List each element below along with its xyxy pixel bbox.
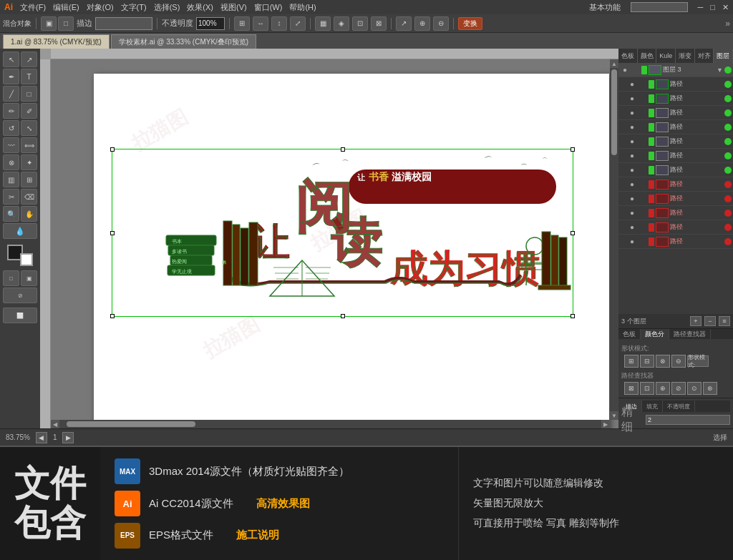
- pf-btn-5[interactable]: ⊙: [687, 382, 702, 395]
- toolbar-icon-2[interactable]: ↔: [253, 16, 268, 31]
- expand-btn[interactable]: 形状模式:: [687, 355, 709, 367]
- toolbar-btn-2[interactable]: □: [58, 16, 74, 31]
- eraser-tool[interactable]: ⌫: [21, 189, 37, 205]
- stroke-dropdown[interactable]: [95, 17, 152, 30]
- sub-layer-red-4[interactable]: ● 路径: [618, 220, 733, 235]
- zoom-tool[interactable]: 🔍: [3, 206, 19, 222]
- sub-layer-6[interactable]: ● 路径: [618, 149, 733, 163]
- toolbar-icon-6[interactable]: ◈: [334, 16, 349, 31]
- toolbar-icon-10[interactable]: ⊕: [414, 16, 430, 31]
- panel-tab-align[interactable]: 对齐: [695, 49, 714, 63]
- opacity-tab[interactable]: 不透明度: [663, 401, 695, 412]
- menu-help[interactable]: 帮助(H): [289, 2, 316, 13]
- pf-btn-1[interactable]: ⊠: [624, 382, 639, 395]
- stroke-color[interactable]: [20, 253, 33, 266]
- rect-tool[interactable]: □: [21, 86, 37, 102]
- sub-tab-stroke[interactable]: 颜色分: [641, 329, 669, 339]
- rotate-tool[interactable]: ↺: [3, 120, 19, 136]
- column-graph-tool[interactable]: ▥: [3, 172, 19, 187]
- warp-tool[interactable]: 〰: [3, 137, 19, 153]
- menu-file[interactable]: 文件(F): [20, 2, 46, 13]
- pf-btn-2[interactable]: ⊡: [640, 382, 654, 395]
- blend-tool[interactable]: ⊗: [3, 154, 19, 170]
- scroll-right-btn[interactable]: ▶: [601, 420, 610, 428]
- layer-expand[interactable]: ▼: [717, 67, 723, 74]
- scale-tool[interactable]: ⤡: [21, 120, 37, 136]
- panel-tab-swatches[interactable]: 色板: [618, 49, 638, 63]
- scroll-left-btn[interactable]: ◀: [51, 420, 59, 428]
- nav-left-btn[interactable]: ◀: [36, 432, 47, 443]
- handle-tr[interactable]: [571, 147, 575, 152]
- sub-layer-5[interactable]: ● 路径: [618, 134, 733, 149]
- layer-group-header[interactable]: ● 图层 3 ▼: [618, 63, 733, 77]
- slice-tool[interactable]: ✂: [3, 189, 19, 205]
- scroll-down-btn[interactable]: ▼: [610, 411, 618, 420]
- v-scroll-thumb[interactable]: [611, 69, 617, 155]
- handle-tl[interactable]: [110, 147, 115, 152]
- search-input-area[interactable]: [631, 2, 688, 12]
- layer-options-btn[interactable]: ≡: [719, 316, 730, 326]
- sub-tab-pathfinder[interactable]: 路径查找器: [669, 329, 711, 339]
- toolbar-icon-8[interactable]: ⊠: [371, 16, 387, 31]
- workspace-label[interactable]: 基本功能: [589, 2, 621, 13]
- toolbar-icon-7[interactable]: ⊡: [352, 16, 368, 31]
- toolbar-icon-1[interactable]: ⊞: [234, 16, 250, 31]
- line-tool[interactable]: ╱: [3, 86, 19, 102]
- menu-select[interactable]: 选择(S): [154, 2, 180, 13]
- panel-tab-gradient[interactable]: 渐变: [676, 49, 695, 63]
- sub-layer-3[interactable]: ● 路径: [618, 106, 733, 120]
- menu-object[interactable]: 对象(O): [87, 2, 114, 13]
- maximize-btn[interactable]: □: [710, 3, 715, 11]
- layer-delete-btn[interactable]: −: [704, 316, 716, 326]
- tab-0[interactable]: 1.ai @ 83.75% (CMYK/预览): [3, 34, 110, 49]
- handle-tm[interactable]: [341, 147, 345, 152]
- h-scroll-thumb[interactable]: [67, 421, 195, 427]
- toolbar-icon-4[interactable]: ⤢: [290, 16, 306, 31]
- sub-layer-red-1[interactable]: ● 路径: [618, 177, 733, 192]
- type-tool[interactable]: T: [21, 69, 37, 84]
- menu-effect[interactable]: 效果(X): [187, 2, 213, 13]
- menu-window[interactable]: 窗口(W): [254, 2, 283, 13]
- toolbar-btn-1[interactable]: ▣: [41, 16, 57, 31]
- shape-mode-btn-2[interactable]: ⊟: [640, 355, 654, 368]
- paintbrush-tool[interactable]: ✏: [3, 103, 19, 119]
- sub-layer-red-5[interactable]: ● 路径: [618, 235, 733, 249]
- panel-tab-color[interactable]: 颜色: [638, 49, 657, 63]
- opacity-input[interactable]: [196, 17, 225, 30]
- change-screen-mode[interactable]: ⬜: [3, 308, 37, 323]
- menu-view[interactable]: 视图(V): [220, 2, 247, 13]
- toolbar-icon-3[interactable]: ↕: [271, 16, 287, 31]
- close-btn[interactable]: ✕: [722, 3, 729, 12]
- menu-edit[interactable]: 编辑(E): [53, 2, 79, 13]
- tab-1[interactable]: 学校素材.ai @ 33.33% (CMYK/叠印预览): [111, 34, 256, 49]
- artboard-tool[interactable]: ⊞: [21, 172, 37, 187]
- symbol-tool[interactable]: ✦: [21, 154, 37, 170]
- panel-tab-layers[interactable]: 图层: [714, 49, 733, 63]
- sub-layer-2[interactable]: ● 路径: [618, 92, 733, 106]
- shape-mode-btn-3[interactable]: ⊗: [656, 355, 670, 368]
- direct-select-tool[interactable]: ↗: [21, 51, 37, 67]
- pf-btn-6[interactable]: ⊛: [703, 382, 717, 395]
- fill-tab[interactable]: 填充: [642, 401, 663, 412]
- layer-eye-icon[interactable]: ●: [620, 66, 630, 74]
- gradient-btn[interactable]: ▣: [21, 270, 37, 286]
- handle-br[interactable]: [571, 314, 575, 318]
- hand-tool[interactable]: ✋: [21, 206, 37, 222]
- shape-mode-btn-4[interactable]: ⊖: [671, 355, 686, 368]
- minimize-btn[interactable]: ─: [698, 3, 704, 11]
- panel-tab-kuler[interactable]: Kule: [656, 49, 676, 63]
- nav-right-btn[interactable]: ▶: [62, 432, 74, 443]
- pencil-tool[interactable]: ✐: [21, 103, 37, 119]
- sub-tab-color[interactable]: 色板: [618, 329, 641, 339]
- sub-layer-7[interactable]: ● 路径: [618, 163, 733, 177]
- handle-bm[interactable]: [341, 314, 345, 318]
- sub-layer-1[interactable]: ● 路径: [618, 77, 733, 92]
- v-scrollbar[interactable]: ▲ ▼: [610, 59, 618, 420]
- eyedropper-tool[interactable]: 💧: [3, 223, 37, 239]
- toolbar-icon-5[interactable]: ▦: [315, 16, 331, 31]
- color-mode-btn[interactable]: □: [3, 270, 19, 286]
- sub-layer-4[interactable]: ● 路径: [618, 120, 733, 134]
- transform-btn[interactable]: 变换: [458, 17, 482, 30]
- toolbar-icon-11[interactable]: ⊖: [433, 16, 449, 31]
- toolbar-options[interactable]: »: [725, 19, 730, 29]
